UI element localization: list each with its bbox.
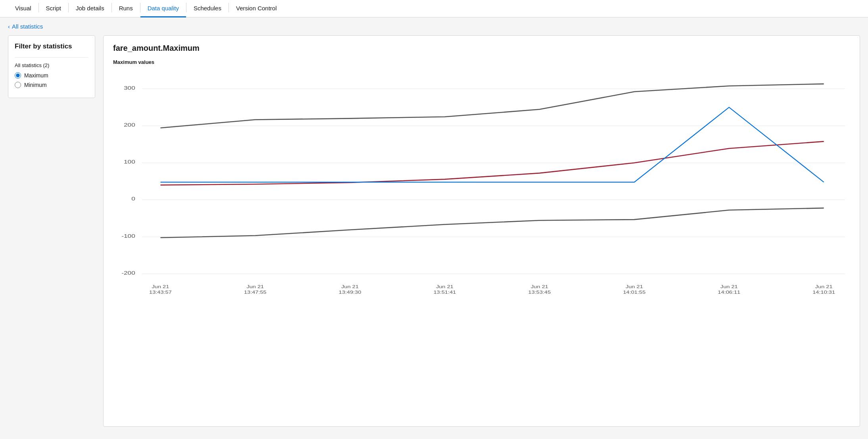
svg-text:14:01:55: 14:01:55 — [623, 289, 645, 295]
svg-text:13:51:41: 13:51:41 — [434, 289, 456, 295]
svg-text:Jun 21: Jun 21 — [152, 284, 169, 289]
svg-text:300: 300 — [124, 85, 135, 91]
main-content: Filter by statistics All statistics (2) … — [0, 35, 868, 435]
svg-text:Jun 21: Jun 21 — [246, 284, 264, 289]
tab-data-quality[interactable]: Data quality — [140, 0, 186, 17]
svg-text:13:47:55: 13:47:55 — [244, 289, 267, 295]
filter-box: Filter by statistics All statistics (2) … — [8, 35, 95, 98]
tab-script[interactable]: Script — [39, 0, 68, 17]
filter-title: Filter by statistics — [15, 42, 88, 51]
svg-text:Jun 21: Jun 21 — [815, 284, 833, 289]
svg-text:13:53:45: 13:53:45 — [528, 289, 551, 295]
svg-text:-200: -200 — [121, 270, 135, 276]
back-icon: ‹ — [8, 23, 10, 30]
svg-text:0: 0 — [131, 196, 135, 202]
tab-schedules[interactable]: Schedules — [186, 0, 229, 17]
radio-maximum[interactable] — [15, 72, 21, 79]
chart-title: fare_amount.Maximum — [113, 44, 850, 53]
svg-text:Jun 21: Jun 21 — [720, 284, 738, 289]
svg-text:-100: -100 — [121, 233, 135, 239]
all-statistics-link[interactable]: ‹ All statistics — [8, 23, 43, 30]
sidebar: Filter by statistics All statistics (2) … — [8, 35, 95, 427]
radio-option-maximum[interactable]: Maximum — [15, 72, 88, 79]
tab-visual[interactable]: Visual — [8, 0, 38, 17]
chart-svg: 300 200 100 0 -100 -200 Jun 21 13:43:57 … — [113, 68, 850, 298]
breadcrumb: ‹ All statistics — [0, 17, 868, 35]
radio-minimum[interactable] — [15, 82, 21, 88]
filter-group-label: All statistics (2) — [15, 62, 88, 68]
tab-runs[interactable]: Runs — [112, 0, 140, 17]
svg-text:14:06:11: 14:06:11 — [718, 289, 740, 295]
svg-text:Jun 21: Jun 21 — [626, 284, 643, 289]
radio-minimum-label: Minimum — [24, 82, 47, 88]
radio-maximum-label: Maximum — [24, 72, 48, 79]
filter-divider — [15, 57, 88, 58]
chart-subtitle: Maximum values — [113, 59, 850, 65]
chart-area: fare_amount.Maximum Maximum values 300 2… — [103, 35, 860, 427]
svg-text:Jun 21: Jun 21 — [436, 284, 453, 289]
tab-job-details[interactable]: Job details — [69, 0, 111, 17]
svg-text:Jun 21: Jun 21 — [531, 284, 548, 289]
tab-bar: Visual Script Job details Runs Data qual… — [0, 0, 868, 17]
svg-text:13:43:57: 13:43:57 — [149, 289, 172, 295]
svg-text:Jun 21: Jun 21 — [341, 284, 359, 289]
chart-container: 300 200 100 0 -100 -200 Jun 21 13:43:57 … — [113, 68, 850, 298]
svg-text:100: 100 — [124, 159, 135, 165]
svg-text:13:49:30: 13:49:30 — [339, 289, 361, 295]
tab-version-control[interactable]: Version Control — [229, 0, 284, 17]
svg-text:200: 200 — [124, 122, 135, 128]
svg-text:14:10:31: 14:10:31 — [812, 289, 835, 295]
radio-option-minimum[interactable]: Minimum — [15, 82, 88, 88]
breadcrumb-label: All statistics — [12, 23, 43, 30]
